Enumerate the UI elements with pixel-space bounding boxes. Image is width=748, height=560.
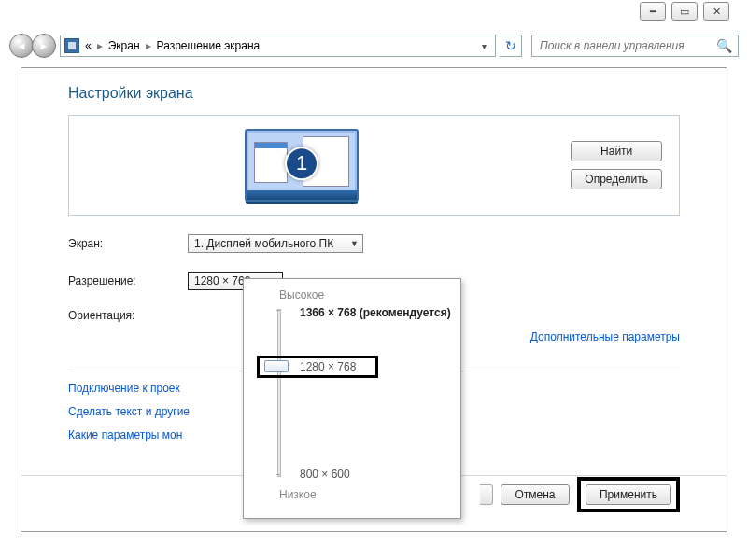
nav-forward-button[interactable]: ► bbox=[32, 34, 56, 58]
search-input[interactable] bbox=[538, 38, 716, 53]
cancel-button[interactable]: Отмена bbox=[501, 484, 570, 505]
apply-button[interactable]: Применить bbox=[586, 484, 671, 505]
resolution-option-1280[interactable]: 1280 × 768 bbox=[300, 360, 356, 373]
identify-button[interactable]: Определить bbox=[571, 169, 662, 189]
address-dropdown-icon[interactable]: ▾ bbox=[476, 41, 491, 51]
search-icon[interactable]: 🔍 bbox=[716, 38, 732, 53]
slider-thumb[interactable] bbox=[264, 360, 289, 372]
monitor-preview-1[interactable]: 1 bbox=[245, 129, 359, 202]
chevron-down-icon: ▼ bbox=[343, 239, 359, 248]
window-caption-buttons: ━ ▭ ✕ bbox=[640, 2, 729, 21]
chevron-right-icon: ▸ bbox=[97, 39, 103, 52]
refresh-button[interactable]: ↻ bbox=[500, 35, 522, 57]
nav-back-button[interactable]: ◄ bbox=[9, 34, 34, 58]
control-panel-icon bbox=[64, 38, 79, 53]
advanced-settings-link[interactable]: Дополнительные параметры bbox=[530, 330, 680, 343]
resolution-label: Разрешение: bbox=[68, 274, 188, 287]
low-label: Низкое bbox=[279, 488, 447, 501]
page-title: Настройки экрана bbox=[68, 85, 680, 102]
high-label: Высокое bbox=[279, 288, 447, 301]
chevron-right-icon: ▸ bbox=[146, 39, 151, 52]
breadcrumb-ellipsis: « bbox=[85, 39, 92, 52]
breadcrumb-seg1[interactable]: Экран bbox=[108, 39, 140, 52]
screen-label: Экран: bbox=[68, 237, 188, 250]
monitor-number: 1 bbox=[285, 147, 318, 180]
screen-combo[interactable]: 1. Дисплей мобильного ПК ▼ bbox=[188, 234, 363, 253]
breadcrumb-seg2[interactable]: Разрешение экрана bbox=[157, 39, 261, 52]
minimize-button[interactable]: ━ bbox=[640, 2, 666, 21]
resolution-option-recommended[interactable]: 1366 × 768 (рекомендуется) bbox=[300, 306, 451, 319]
search-box[interactable]: 🔍 bbox=[531, 35, 739, 57]
resolution-popup: Высокое 1366 × 768 (рекомендуется) 1280 … bbox=[243, 278, 461, 519]
orientation-label: Ориентация: bbox=[68, 309, 188, 322]
ok-button-edge bbox=[480, 484, 493, 505]
apply-highlight: Применить bbox=[577, 477, 680, 512]
slider-track[interactable] bbox=[277, 309, 281, 477]
address-bar[interactable]: « ▸ Экран ▸ Разрешение экрана ▾ bbox=[60, 35, 496, 57]
maximize-button[interactable]: ▭ bbox=[671, 2, 698, 21]
resolution-option-800[interactable]: 800 × 600 bbox=[300, 468, 350, 481]
detect-button[interactable]: Найти bbox=[571, 141, 662, 161]
display-preview-area: 1 Найти Определить bbox=[68, 115, 680, 216]
close-button[interactable]: ✕ bbox=[703, 2, 729, 21]
